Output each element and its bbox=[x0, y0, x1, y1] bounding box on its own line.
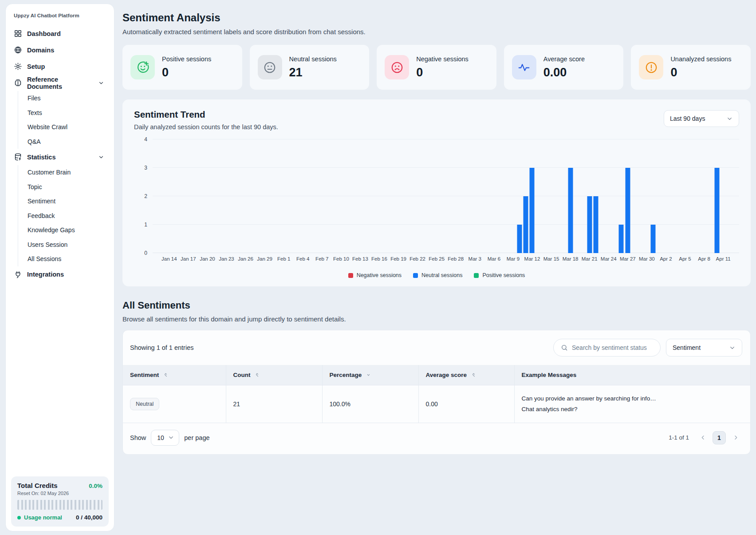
x-tick-label: Mar 15 bbox=[543, 256, 559, 262]
x-tick-label: Feb 22 bbox=[410, 256, 425, 262]
x-tick-label: Feb 25 bbox=[429, 256, 445, 262]
cell-average-score: 0.00 bbox=[418, 385, 514, 423]
credits-reset-date: Reset On: 02 May 2026 bbox=[17, 491, 102, 496]
y-tick-label: 3 bbox=[144, 165, 147, 171]
stat-value: 0 bbox=[416, 66, 469, 79]
cell-count: 21 bbox=[226, 385, 322, 423]
sidebar-item-domains[interactable]: Domains bbox=[14, 42, 108, 58]
plug-icon bbox=[14, 270, 22, 279]
table-row[interactable]: Neutral21100.0%0.00Can you provide an an… bbox=[123, 385, 750, 423]
sentiments-table: SentimentCountPercentageAverage scoreExa… bbox=[123, 365, 750, 423]
x-tick-label: Apr 2 bbox=[660, 256, 672, 262]
x-tick-label: Mar 30 bbox=[639, 256, 655, 262]
all-sentiments-title: All Sentiments bbox=[122, 300, 751, 311]
sidebar-item-files[interactable]: Files bbox=[28, 91, 108, 106]
bar-mar-11 bbox=[524, 196, 528, 253]
sentiment-search-input[interactable] bbox=[572, 344, 653, 351]
frown-icon bbox=[385, 55, 409, 79]
example-message: Chat analytics nedir? bbox=[522, 406, 744, 412]
legend-label: Neutral sessions bbox=[421, 272, 462, 278]
credits-title: Total Credits bbox=[17, 482, 58, 489]
per-page-label: per page bbox=[184, 434, 209, 441]
stat-card-average-score: Average score0.00 bbox=[504, 45, 624, 90]
sidebar-item-topic[interactable]: Topic bbox=[28, 180, 108, 194]
next-page-button[interactable] bbox=[729, 431, 742, 444]
stat-label: Unanalyzed sessions bbox=[670, 55, 731, 63]
bar-mar-22 bbox=[594, 196, 598, 253]
sidebar-item-all-sessions[interactable]: All Sessions bbox=[28, 252, 108, 266]
page-subtitle: Automatically extracted sentiment labels… bbox=[122, 28, 751, 36]
stat-card-unanalyzed-sessions: Unanalyzed sessions0 bbox=[631, 45, 751, 90]
y-tick-label: 1 bbox=[144, 222, 147, 228]
bar-mar-10 bbox=[517, 225, 522, 253]
alert-circle-icon bbox=[639, 55, 663, 79]
credits-card: Total Credits 0.0% Reset On: 02 May 2026… bbox=[11, 476, 109, 527]
database-icon bbox=[14, 153, 22, 161]
bar-mar-21 bbox=[587, 196, 592, 253]
sentiment-filter-dropdown[interactable]: Sentiment bbox=[666, 339, 742, 357]
bar-mar-31 bbox=[651, 225, 656, 253]
chart-x-axis: Jan 14Jan 17Jan 20Jan 23Jan 26Jan 29Feb … bbox=[153, 256, 739, 266]
legend-item-neutral-sessions: Neutral sessions bbox=[413, 272, 462, 278]
column-label: Count bbox=[233, 372, 251, 378]
stat-label: Average score bbox=[543, 55, 585, 63]
smile-plus-icon bbox=[130, 55, 155, 79]
sidebar-item-q-a[interactable]: Q&A bbox=[28, 135, 108, 149]
chevron-down-icon bbox=[98, 80, 104, 86]
credits-progress-bar bbox=[17, 500, 102, 510]
legend-item-positive-sessions: Positive sessions bbox=[474, 272, 525, 278]
legend-swatch-icon bbox=[474, 273, 479, 278]
sidebar-item-knowledge-gaps[interactable]: Knowledge Gaps bbox=[28, 223, 108, 238]
sidebar-item-texts[interactable]: Texts bbox=[28, 106, 108, 120]
sidebar-item-statistics[interactable]: Statistics bbox=[14, 149, 108, 165]
sidebar-item-website-crawl[interactable]: Website Crawl bbox=[28, 120, 108, 135]
trend-subtitle: Daily analyzed session counts for the la… bbox=[134, 123, 739, 131]
x-tick-label: Jan 29 bbox=[257, 256, 272, 262]
sort-icon bbox=[471, 372, 476, 378]
column-header-count[interactable]: Count bbox=[226, 365, 322, 385]
previous-page-button[interactable] bbox=[696, 431, 709, 444]
column-label: Percentage bbox=[330, 372, 362, 378]
stat-value: 0 bbox=[670, 66, 731, 79]
gridline-y3 bbox=[153, 167, 739, 168]
sentiment-search-box[interactable] bbox=[553, 339, 661, 357]
bar-mar-12 bbox=[530, 168, 535, 253]
x-tick-label: Jan 14 bbox=[161, 256, 177, 262]
stat-value: 0.00 bbox=[543, 66, 585, 79]
sidebar-item-integrations[interactable]: Integrations bbox=[14, 266, 108, 283]
x-tick-label: Mar 24 bbox=[601, 256, 617, 262]
x-tick-label: Feb 16 bbox=[371, 256, 387, 262]
date-range-dropdown[interactable]: Last 90 days bbox=[664, 110, 739, 127]
globe-icon bbox=[14, 46, 22, 54]
page-size-dropdown[interactable]: 10 bbox=[151, 430, 179, 446]
stat-label: Negative sessions bbox=[416, 55, 469, 63]
sidebar-item-sentiment[interactable]: Sentiment bbox=[28, 194, 108, 209]
chart-plot-area bbox=[153, 139, 739, 253]
sidebar-item-reference-documents[interactable]: Reference Documents bbox=[14, 75, 108, 91]
column-header-percentage[interactable]: Percentage bbox=[322, 365, 418, 385]
legend-item-negative-sessions: Negative sessions bbox=[348, 272, 402, 278]
x-tick-label: Feb 13 bbox=[352, 256, 368, 262]
legend-swatch-icon bbox=[348, 273, 353, 278]
column-label: Average score bbox=[426, 372, 467, 378]
sidebar-nav: DashboardDomainsSetupReference Documents… bbox=[14, 25, 108, 283]
stat-card-positive-sessions: Positive sessions0 bbox=[122, 45, 242, 90]
cell-example-messages: Can you provide an answer by searching f… bbox=[514, 385, 750, 423]
column-header-sentiment[interactable]: Sentiment bbox=[123, 365, 226, 385]
sidebar-item-feedback[interactable]: Feedback bbox=[28, 209, 108, 223]
sidebar-item-customer-brain[interactable]: Customer Brain bbox=[28, 165, 108, 180]
current-page-button[interactable]: 1 bbox=[713, 431, 726, 444]
trend-chart: 01234 bbox=[134, 139, 739, 253]
stat-label: Neutral sessions bbox=[289, 55, 337, 63]
sidebar-item-setup[interactable]: Setup bbox=[14, 58, 108, 75]
x-tick-label: Feb 10 bbox=[333, 256, 349, 262]
sidebar-item-users-session[interactable]: Users Session bbox=[28, 238, 108, 252]
sidebar-item-dashboard[interactable]: Dashboard bbox=[14, 25, 108, 42]
date-range-value: Last 90 days bbox=[670, 115, 705, 122]
cell-percentage: 100.0% bbox=[322, 385, 418, 423]
search-icon bbox=[561, 344, 568, 351]
column-header-average-score[interactable]: Average score bbox=[418, 365, 514, 385]
x-tick-label: Mar 12 bbox=[524, 256, 540, 262]
stat-value: 21 bbox=[289, 66, 337, 79]
page-title: Sentiment Analysis bbox=[122, 12, 751, 24]
